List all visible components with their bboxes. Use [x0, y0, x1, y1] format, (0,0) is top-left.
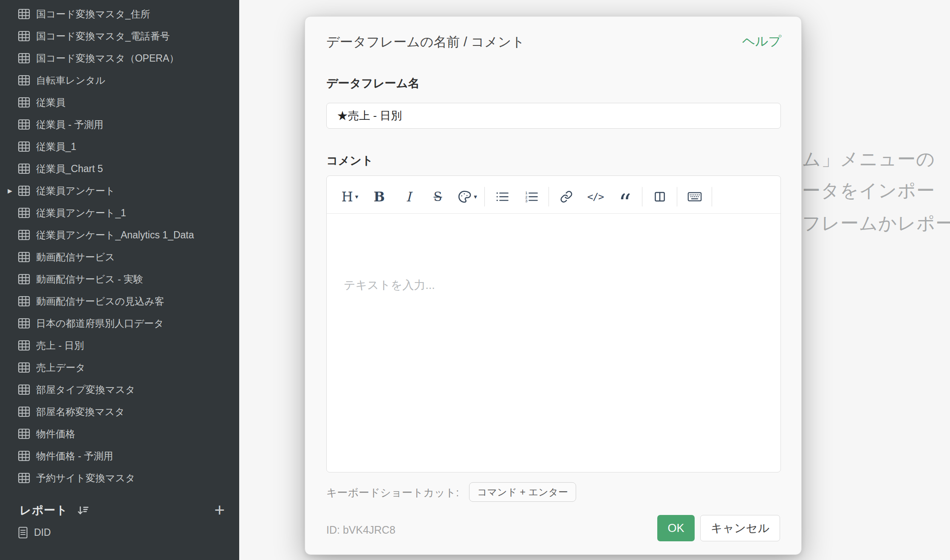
table-icon: [18, 8, 30, 20]
toolbar-divider: [642, 187, 642, 206]
dataframe-item[interactable]: 動画配信サービス - 実験: [0, 268, 239, 290]
dataframe-item[interactable]: 国コード変換マスタ_電話番号: [0, 25, 239, 47]
dataframe-item[interactable]: 売上 - 日別: [0, 334, 239, 356]
ok-button[interactable]: OK: [657, 515, 695, 541]
ordered-list-icon: 1 2 3: [525, 190, 538, 203]
dataframe-item[interactable]: 動画配信サービスの見込み客: [0, 290, 239, 312]
table-icon: [18, 119, 30, 130]
keyboard-shortcut-key: コマンド + エンター: [469, 482, 576, 502]
toolbar-divider: [549, 187, 549, 206]
app-window: ム」メニューの ータをインポー フレームかレポー 国コード変換マスタ_住所 国コ…: [0, 0, 950, 560]
dataframe-item[interactable]: 従業員 - 予測用: [0, 113, 239, 136]
italic-icon: I: [406, 189, 411, 204]
report-label: DID: [34, 527, 51, 538]
dataframe-item[interactable]: 国コード変換マスタ（OPERA）: [0, 47, 239, 69]
dataframe-label: 従業員_Chart 5: [36, 162, 103, 175]
table-icon: [18, 141, 30, 152]
dataframe-item[interactable]: 物件価格 - 予測用: [0, 445, 239, 467]
document-icon: [18, 526, 28, 539]
dataframe-name-label: データフレーム名: [326, 76, 419, 91]
table-icon: [18, 97, 30, 108]
table-icon: [18, 31, 30, 42]
dataframe-item[interactable]: 従業員_1: [0, 136, 239, 158]
dataframe-id-text: ID: bVK4JRC8: [326, 524, 396, 536]
text-color-button[interactable]: ▾: [455, 189, 479, 204]
palette-icon: [457, 189, 472, 204]
dataframe-item[interactable]: ▶ 従業員アンケート: [0, 180, 239, 202]
reports-title: レポート: [20, 503, 68, 518]
dataframe-item[interactable]: 従業員アンケート_1: [0, 202, 239, 224]
dataframe-item[interactable]: 動画配信サービス: [0, 246, 239, 268]
keyboard-shortcuts-button[interactable]: [682, 191, 707, 203]
dataframe-label: 従業員アンケート_Analytics 1_Data: [36, 229, 194, 242]
dataframe-label: 物件価格 - 予測用: [36, 450, 113, 463]
dataframe-label: 動画配信サービス - 実験: [36, 273, 143, 286]
table-icon: [18, 185, 30, 196]
bold-button[interactable]: B: [367, 189, 391, 204]
help-link[interactable]: ヘルプ: [742, 33, 781, 50]
strikethrough-icon: S: [434, 189, 442, 204]
strikethrough-button[interactable]: S: [426, 189, 450, 204]
ordered-list-button[interactable]: 1 2 3: [519, 190, 543, 203]
toolbar-divider: [712, 187, 712, 206]
dataframe-label: 部屋名称変換マスタ: [36, 405, 125, 419]
report-item[interactable]: DID: [0, 521, 239, 543]
table-icon: [18, 296, 30, 307]
dataframe-label: 売上データ: [36, 361, 85, 374]
dataframe-name-input[interactable]: [326, 103, 781, 129]
sort-reports-button[interactable]: [76, 503, 89, 517]
dataframe-item[interactable]: 国コード変換マスタ_住所: [0, 3, 239, 25]
dataframe-item[interactable]: 従業員_Chart 5: [0, 158, 239, 180]
columns-icon: [653, 190, 666, 203]
bullet-list-button[interactable]: [490, 190, 514, 203]
dataframe-label: 国コード変換マスタ_電話番号: [36, 30, 170, 43]
dataframes-sidebar: 国コード変換マスタ_住所 国コード変換マスタ_電話番号 国コード変換マスタ（OP…: [0, 0, 239, 560]
table-icon: [18, 207, 30, 218]
dataframe-label: 従業員アンケート: [36, 184, 115, 198]
dataframe-label: 部屋タイプ変換マスタ: [36, 383, 135, 396]
table-icon: [18, 75, 30, 86]
svg-text:3: 3: [525, 199, 527, 203]
comment-editor: H ▾ B I S: [326, 175, 781, 472]
link-icon: [560, 190, 573, 203]
dataframe-item[interactable]: 従業員: [0, 91, 239, 113]
cancel-button[interactable]: キャンセル: [700, 515, 780, 541]
table-icon: [18, 406, 30, 417]
toolbar-divider: [484, 187, 485, 206]
comment-editor-toolbar: H ▾ B I S: [327, 176, 780, 214]
code-button[interactable]: </>: [583, 191, 608, 202]
expand-caret-icon[interactable]: ▶: [8, 187, 12, 194]
reports-section-header: レポート +: [0, 499, 239, 521]
code-icon: </>: [587, 191, 604, 202]
table-icon: [18, 362, 30, 373]
table-icon: [18, 450, 30, 461]
table-icon: [18, 340, 30, 351]
dataframe-label: 従業員_1: [36, 140, 76, 153]
table-insert-button[interactable]: [647, 190, 672, 203]
keyboard-shortcut-label: キーボードショートカット:: [326, 486, 459, 500]
table-icon: [18, 428, 30, 439]
heading-icon: H: [342, 189, 353, 204]
dataframe-item[interactable]: 従業員アンケート_Analytics 1_Data: [0, 224, 239, 246]
dataframe-item[interactable]: 日本の都道府県別人口データ: [0, 312, 239, 334]
table-icon: [18, 274, 30, 285]
table-icon: [18, 318, 30, 329]
italic-button[interactable]: I: [396, 189, 421, 204]
table-icon: [18, 53, 30, 64]
table-icon: [18, 472, 30, 484]
table-icon: [18, 163, 30, 174]
dataframe-label: 売上 - 日別: [36, 339, 84, 352]
dataframe-item[interactable]: 部屋名称変換マスタ: [0, 401, 239, 423]
comment-text-area[interactable]: テキストを入力...: [327, 214, 780, 472]
dataframe-item[interactable]: 部屋タイプ変換マスタ: [0, 379, 239, 401]
chevron-down-icon: ▾: [474, 193, 477, 201]
chevron-down-icon: ▾: [355, 193, 359, 201]
table-icon: [18, 384, 30, 395]
heading-button[interactable]: H ▾: [338, 189, 362, 204]
dataframe-item[interactable]: 売上データ: [0, 356, 239, 379]
dataframe-item[interactable]: 予約サイト変換マスタ: [0, 467, 239, 489]
keyboard-icon: [687, 191, 702, 203]
dataframe-item[interactable]: 物件価格: [0, 423, 239, 445]
link-button[interactable]: [554, 190, 578, 203]
dataframe-item[interactable]: 自転車レンタル: [0, 69, 239, 91]
